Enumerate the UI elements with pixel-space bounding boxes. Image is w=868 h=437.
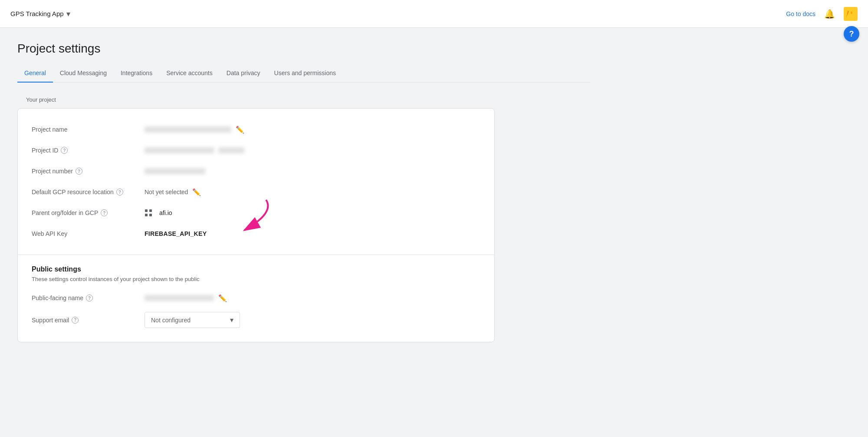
parent-org-label: Parent org/folder in GCP ?	[32, 209, 145, 216]
public-facing-name-value: ✏️	[145, 294, 227, 302]
not-yet-selected-text: Not yet selected	[145, 189, 188, 195]
web-api-key-label: Web API Key	[32, 230, 145, 237]
page-title: Project settings	[17, 42, 590, 56]
project-name-edit-icon[interactable]: ✏️	[236, 126, 244, 134]
default-gcp-row: Default GCP resource location ? Not yet …	[32, 182, 480, 202]
app-name: GPS Tracking App	[10, 10, 64, 17]
project-name-value: ✏️	[145, 126, 244, 134]
parent-org-help-icon[interactable]: ?	[101, 209, 108, 216]
project-id-blurred2	[218, 147, 244, 153]
topbar: GPS Tracking App ▾ Go to docs 🔔	[0, 0, 868, 28]
project-name-label: Project name	[32, 126, 145, 133]
web-api-key-value-container: FIREBASE_API_KEY	[145, 230, 207, 237]
your-project-section: Project name ✏️ Project ID ?	[18, 109, 494, 255]
grid-icon	[145, 209, 152, 217]
project-id-help-icon[interactable]: ?	[61, 147, 68, 154]
tabs: General Cloud Messaging Integrations Ser…	[17, 64, 590, 83]
project-number-blurred	[145, 168, 205, 174]
project-number-help-icon[interactable]: ?	[76, 168, 82, 175]
support-email-row: Support email ? Not configured ▾	[32, 308, 480, 331]
parent-org-text: afi.io	[159, 209, 172, 216]
tab-service-accounts[interactable]: Service accounts	[159, 64, 220, 83]
help-button-label: ?	[849, 30, 854, 39]
project-id-label: Project ID ?	[32, 147, 145, 154]
project-name-blurred	[145, 126, 231, 132]
public-settings-desc: These settings control instances of your…	[32, 276, 480, 282]
project-id-blurred	[145, 147, 214, 153]
public-facing-name-help-icon[interactable]: ?	[86, 295, 93, 301]
help-button[interactable]: ?	[844, 26, 859, 42]
notifications-icon[interactable]: 🔔	[824, 9, 835, 19]
firebase-icon	[844, 7, 858, 21]
public-settings-title: Public settings	[32, 265, 480, 273]
project-id-value	[145, 147, 244, 153]
web-api-key-value: FIREBASE_API_KEY	[145, 230, 207, 237]
project-number-label: Project number ?	[32, 168, 145, 175]
go-to-docs-link[interactable]: Go to docs	[786, 10, 815, 17]
tab-general[interactable]: General	[17, 64, 53, 83]
topbar-left: GPS Tracking App ▾	[10, 9, 70, 19]
default-gcp-edit-icon[interactable]: ✏️	[192, 188, 201, 196]
support-email-label: Support email ?	[32, 317, 145, 324]
tab-integrations[interactable]: Integrations	[114, 64, 159, 83]
support-email-help-icon[interactable]: ?	[72, 317, 79, 324]
svg-rect-2	[149, 209, 152, 212]
support-email-dropdown[interactable]: Not configured ▾	[145, 312, 240, 328]
main-content: Project settings General Cloud Messaging…	[0, 28, 608, 353]
tab-users-permissions[interactable]: Users and permissions	[267, 64, 343, 83]
project-number-row: Project number ?	[32, 161, 480, 182]
public-facing-name-row: Public-facing name ? ✏️	[32, 288, 480, 308]
public-settings-section: Public settings These settings control i…	[18, 255, 494, 342]
topbar-right: Go to docs 🔔	[786, 7, 858, 21]
section-label: Your project	[26, 96, 590, 103]
public-facing-name-label: Public-facing name ?	[32, 295, 145, 301]
default-gcp-label: Default GCP resource location ?	[32, 189, 145, 195]
public-facing-name-blurred	[145, 295, 214, 301]
project-card: Project name ✏️ Project ID ?	[17, 108, 495, 342]
tab-cloud-messaging[interactable]: Cloud Messaging	[53, 64, 114, 83]
support-email-chevron-icon: ▾	[230, 316, 233, 324]
parent-org-value: afi.io	[145, 209, 172, 217]
project-id-row: Project ID ?	[32, 140, 480, 161]
default-gcp-help-icon[interactable]: ?	[116, 189, 123, 195]
web-api-key-row: Web API Key FIREBASE_API_KEY	[32, 223, 480, 244]
parent-org-row: Parent org/folder in GCP ? afi.io	[32, 202, 480, 223]
svg-rect-1	[145, 209, 148, 212]
app-dropdown-icon[interactable]: ▾	[66, 9, 70, 19]
svg-rect-4	[149, 214, 152, 216]
project-name-row: Project name ✏️	[32, 119, 480, 140]
public-facing-name-edit-icon[interactable]: ✏️	[218, 294, 227, 302]
tab-data-privacy[interactable]: Data privacy	[220, 64, 267, 83]
project-number-value	[145, 168, 205, 174]
default-gcp-value: Not yet selected ✏️	[145, 188, 201, 196]
svg-rect-3	[145, 214, 148, 216]
support-email-value: Not configured ▾	[145, 312, 240, 328]
support-email-option: Not configured	[151, 317, 191, 324]
